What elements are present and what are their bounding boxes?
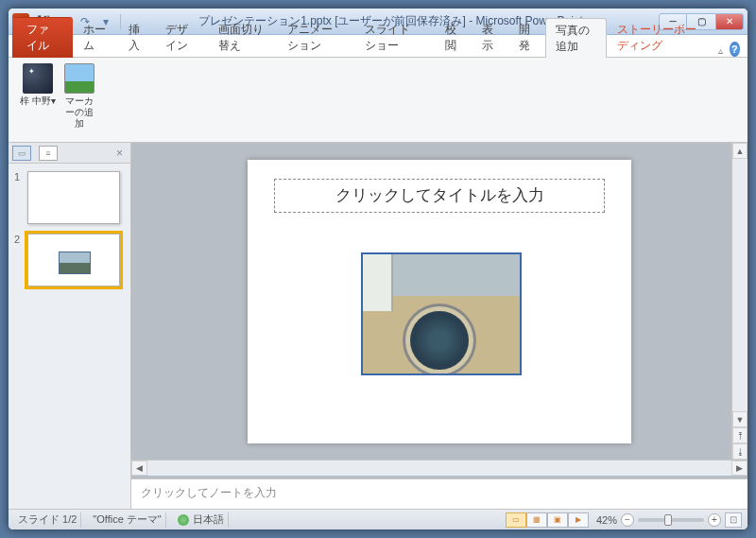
thumbnails-list: 1 2 xyxy=(9,164,130,509)
fit-to-window-button[interactable]: ⊡ xyxy=(725,512,742,528)
slide-thumbnail-2[interactable] xyxy=(27,234,120,286)
tab-animations[interactable]: アニメーション xyxy=(277,17,354,57)
slide-panel: ▭ ≡ × 1 2 xyxy=(9,143,131,509)
close-button[interactable]: ✕ xyxy=(715,13,744,30)
slide-number: 1 xyxy=(14,171,24,224)
thumbnails-tab[interactable]: ▭ xyxy=(12,146,31,161)
zoom-percent[interactable]: 42% xyxy=(596,514,617,526)
tab-slideshow[interactable]: スライド ショー xyxy=(354,17,434,57)
add-marker-button[interactable]: マーカーの追加 xyxy=(60,61,99,138)
fountain-photo xyxy=(363,254,520,373)
reading-view-button[interactable]: ▣ xyxy=(547,512,568,528)
next-slide-icon[interactable]: ⭳ xyxy=(732,443,747,460)
slide-thumbnail-1[interactable] xyxy=(27,171,120,224)
vertical-scrollbar[interactable]: ▲ ▼ ⭱ ⭳ xyxy=(731,143,747,460)
zoom-controls: 42% − + ⊡ xyxy=(596,512,742,528)
gallery-button[interactable]: 梓 中野▾ xyxy=(18,61,58,138)
slideshow-view-button[interactable]: ▶ xyxy=(568,512,589,528)
app-window: P 💾 ↶ ↷ ▾ プレゼンテーション1.pptx [ユーザーが前回保存済み] … xyxy=(8,8,748,530)
tab-add-photo[interactable]: 写真の追加 xyxy=(545,18,607,58)
photo-icon xyxy=(64,63,94,94)
tab-transitions[interactable]: 画面切り替え xyxy=(208,17,277,57)
thumb-image xyxy=(59,252,91,274)
gallery-label: 梓 中野▾ xyxy=(20,95,56,107)
ribbon-body: 梓 中野▾ マーカーの追加 xyxy=(9,58,747,143)
scroll-track[interactable] xyxy=(147,460,731,476)
tab-review[interactable]: 校閲 xyxy=(435,17,472,57)
tab-developer[interactable]: 開発 xyxy=(508,17,545,57)
spellcheck-icon xyxy=(178,514,189,526)
scroll-track[interactable] xyxy=(732,159,747,411)
file-tab[interactable]: ファイル xyxy=(12,17,73,58)
ribbon-collapse-icon[interactable]: ▵ xyxy=(716,43,726,57)
scroll-right-icon[interactable]: ▶ xyxy=(731,460,747,476)
scroll-down-icon[interactable]: ▼ xyxy=(732,411,747,427)
slider-thumb[interactable] xyxy=(664,514,672,526)
panel-close-icon[interactable]: × xyxy=(112,147,127,160)
language-label: 日本語 xyxy=(193,512,224,527)
notes-pane[interactable]: クリックしてノートを入力 xyxy=(131,476,747,509)
notes-placeholder[interactable]: クリックしてノートを入力 xyxy=(131,478,747,509)
horizontal-scrollbar[interactable]: ◀ ▶ xyxy=(131,460,747,476)
panel-tabs: ▭ ≡ × xyxy=(9,143,130,164)
tab-storyboarding[interactable]: ストーリーボーディング xyxy=(607,17,716,57)
zoom-in-button[interactable]: + xyxy=(708,513,721,527)
theme-indicator[interactable]: "Office テーマ" xyxy=(89,512,165,528)
help-icon[interactable]: ? xyxy=(730,42,740,57)
slide-image[interactable] xyxy=(361,252,522,375)
zoom-out-button[interactable]: − xyxy=(621,513,634,527)
slide[interactable]: クリックしてタイトルを入力 xyxy=(248,160,631,443)
ribbon-tabs: ファイル ホーム 挿入 デザイン 画面切り替え アニメーション スライド ショー… xyxy=(9,35,747,58)
thumb-row: 1 xyxy=(14,171,125,224)
slide-counter[interactable]: スライド 1/2 xyxy=(14,512,81,528)
add-marker-label: マーカーの追加 xyxy=(61,95,97,130)
outline-tab[interactable]: ≡ xyxy=(39,146,58,161)
scroll-up-icon[interactable]: ▲ xyxy=(732,143,747,159)
thumb-row: 2 xyxy=(14,234,125,286)
zoom-slider[interactable] xyxy=(638,518,704,522)
gallery-icon xyxy=(23,63,53,94)
title-placeholder[interactable]: クリックしてタイトルを入力 xyxy=(274,179,605,213)
prev-slide-icon[interactable]: ⭱ xyxy=(732,427,747,443)
ribbon-group: 梓 中野▾ マーカーの追加 xyxy=(12,61,105,138)
slide-number: 2 xyxy=(14,234,24,286)
tab-view[interactable]: 表示 xyxy=(472,17,508,57)
language-indicator[interactable]: 日本語 xyxy=(174,512,229,528)
sorter-view-button[interactable]: ▦ xyxy=(526,512,547,528)
tab-design[interactable]: デザイン xyxy=(155,17,208,57)
view-buttons: ▭ ▦ ▣ ▶ xyxy=(506,512,589,528)
workspace: ▭ ≡ × 1 2 クリックしてタイト xyxy=(9,143,747,509)
scroll-left-icon[interactable]: ◀ xyxy=(131,460,147,476)
canvas-area: クリックしてタイトルを入力 ▲ ▼ ⭱ ⭳ ◀ xyxy=(131,143,747,509)
statusbar: スライド 1/2 "Office テーマ" 日本語 ▭ ▦ ▣ ▶ 42% − … xyxy=(9,509,747,529)
slide-canvas[interactable]: クリックしてタイトルを入力 ▲ ▼ ⭱ ⭳ xyxy=(131,143,747,460)
tab-home[interactable]: ホーム xyxy=(73,17,118,57)
tab-insert[interactable]: 挿入 xyxy=(118,17,155,57)
normal-view-button[interactable]: ▭ xyxy=(506,512,526,528)
